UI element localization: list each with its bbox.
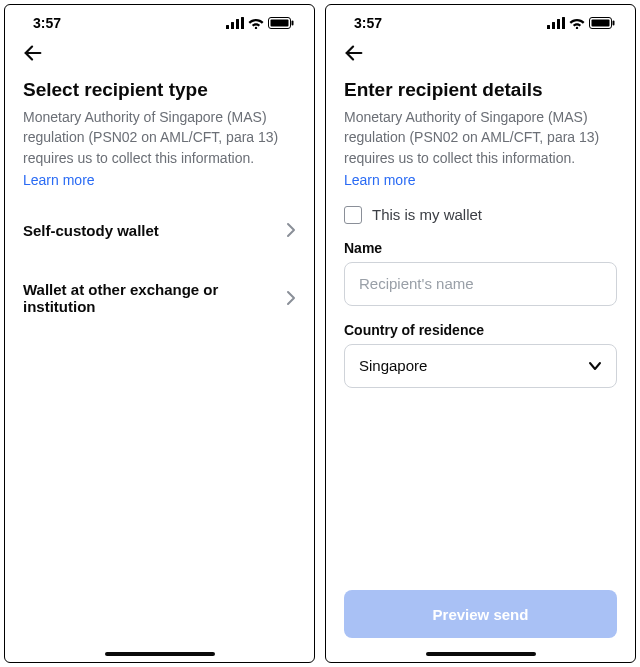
home-indicator-area	[326, 648, 635, 662]
phone-screen-select-type: 3:57 Select recipient type Monetary Auth…	[4, 4, 315, 663]
country-field: Country of residence Singapore	[344, 322, 617, 388]
country-select[interactable]: Singapore	[344, 344, 617, 388]
cellular-icon	[547, 17, 565, 29]
page-subtitle: Monetary Authority of Singapore (MAS) re…	[23, 107, 296, 168]
battery-icon	[268, 17, 294, 29]
home-indicator[interactable]	[426, 652, 536, 656]
country-field-label: Country of residence	[344, 322, 617, 338]
status-time: 3:57	[33, 15, 61, 31]
nav-bar	[5, 33, 314, 71]
back-button[interactable]	[340, 39, 368, 67]
chevron-right-icon	[286, 290, 296, 306]
home-indicator-area	[5, 648, 314, 662]
svg-rect-2	[236, 19, 239, 29]
wifi-icon	[569, 17, 585, 29]
option-self-custody-wallet[interactable]: Self-custody wallet	[23, 208, 296, 253]
svg-point-13	[576, 27, 578, 29]
arrow-left-icon	[22, 42, 44, 64]
status-bar: 3:57	[5, 5, 314, 33]
page-subtitle: Monetary Authority of Singapore (MAS) re…	[344, 107, 617, 168]
svg-rect-16	[613, 21, 615, 26]
option-other-exchange[interactable]: Wallet at other exchange or institution	[23, 267, 296, 329]
chevron-right-icon	[286, 222, 296, 238]
svg-rect-7	[292, 21, 294, 26]
learn-more-link[interactable]: Learn more	[23, 172, 296, 188]
cellular-icon	[226, 17, 244, 29]
svg-rect-6	[271, 20, 289, 27]
home-indicator[interactable]	[105, 652, 215, 656]
option-label: Wallet at other exchange or institution	[23, 281, 286, 315]
svg-rect-0	[226, 25, 229, 29]
chevron-down-icon	[588, 361, 602, 371]
my-wallet-checkbox[interactable]: This is my wallet	[344, 206, 617, 224]
wifi-icon	[248, 17, 264, 29]
recipient-type-options: Self-custody wallet Wallet at other exch…	[23, 208, 296, 329]
recipient-name-input[interactable]	[344, 262, 617, 306]
nav-bar	[326, 33, 635, 71]
status-bar: 3:57	[326, 5, 635, 33]
svg-rect-9	[547, 25, 550, 29]
svg-rect-3	[241, 17, 244, 29]
option-label: Self-custody wallet	[23, 222, 159, 239]
status-indicators	[226, 17, 294, 29]
back-button[interactable]	[19, 39, 47, 67]
checkbox-label: This is my wallet	[372, 206, 482, 223]
svg-rect-15	[592, 20, 610, 27]
svg-rect-1	[231, 22, 234, 29]
name-field: Name	[344, 240, 617, 306]
svg-rect-12	[562, 17, 565, 29]
page-title: Select recipient type	[23, 79, 296, 101]
checkbox-box-icon	[344, 206, 362, 224]
name-field-label: Name	[344, 240, 617, 256]
status-indicators	[547, 17, 615, 29]
phone-screen-enter-details: 3:57 Enter recipient details Monetary Au…	[325, 4, 636, 663]
screen-content: Select recipient type Monetary Authority…	[5, 71, 314, 648]
learn-more-link[interactable]: Learn more	[344, 172, 617, 188]
svg-rect-11	[557, 19, 560, 29]
primary-button-label: Preview send	[433, 606, 529, 623]
country-select-value: Singapore	[359, 357, 427, 374]
preview-send-button[interactable]: Preview send	[344, 590, 617, 638]
svg-point-4	[255, 27, 257, 29]
status-time: 3:57	[354, 15, 382, 31]
svg-rect-10	[552, 22, 555, 29]
battery-icon	[589, 17, 615, 29]
page-title: Enter recipient details	[344, 79, 617, 101]
arrow-left-icon	[343, 42, 365, 64]
screen-content: Enter recipient details Monetary Authori…	[326, 71, 635, 648]
